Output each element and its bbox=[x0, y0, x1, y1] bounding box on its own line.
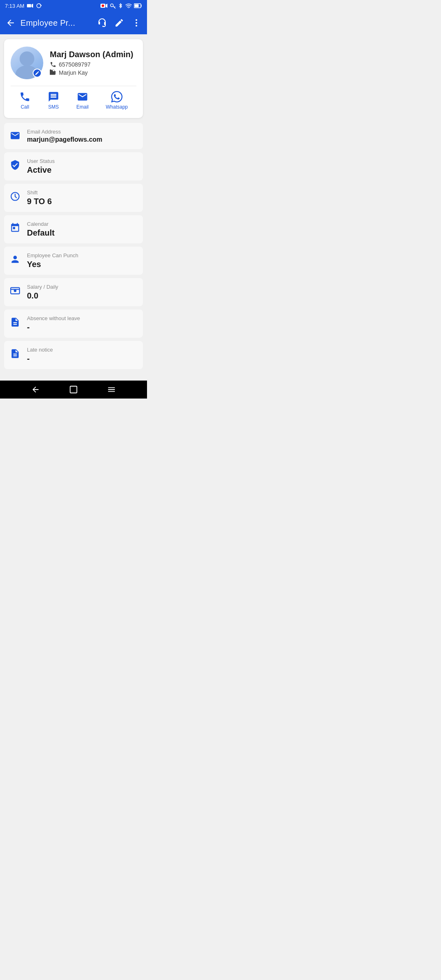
record-icon bbox=[100, 3, 108, 9]
profile-header: Marj Dawson (Admin) 6575089797 Marjun Ka… bbox=[11, 47, 136, 79]
svg-marker-4 bbox=[106, 4, 107, 8]
calendar-label: Calendar bbox=[27, 221, 138, 227]
org-icon bbox=[50, 69, 56, 76]
svg-point-5 bbox=[102, 4, 104, 7]
late-notice-text: Late notice - bbox=[27, 347, 138, 363]
field-user-status: User Status Active bbox=[4, 152, 143, 180]
salary-field-icon bbox=[9, 285, 21, 297]
sms-icon bbox=[48, 91, 59, 102]
field-absence-without-leave: Absence without leave - bbox=[4, 310, 143, 338]
svg-line-8 bbox=[114, 7, 115, 7]
nav-menu-icon bbox=[107, 385, 116, 394]
employee-can-punch-label: Employee Can Punch bbox=[27, 252, 138, 258]
sms-label: SMS bbox=[48, 104, 59, 110]
email-field-value: marjun@pageflows.com bbox=[27, 136, 138, 143]
email-field-text: Email Address marjun@pageflows.com bbox=[27, 129, 138, 143]
absence-field-icon bbox=[9, 316, 21, 328]
shift-text: Shift 9 TO 6 bbox=[27, 189, 138, 206]
time-display: 7:13 AM bbox=[5, 3, 24, 9]
email-field-label: Email Address bbox=[27, 129, 138, 135]
phone-icon bbox=[50, 61, 56, 68]
page-title: Employee Pr... bbox=[20, 18, 92, 28]
info-list: Email Address marjun@pageflows.com User … bbox=[0, 123, 147, 381]
email-field-icon bbox=[9, 129, 21, 142]
late-notice-value: - bbox=[27, 354, 138, 363]
field-shift: Shift 9 TO 6 bbox=[4, 184, 143, 212]
absence-value: - bbox=[27, 323, 138, 332]
shift-value: 9 TO 6 bbox=[27, 197, 138, 206]
headset-button[interactable] bbox=[97, 18, 107, 28]
call-button[interactable]: Call bbox=[15, 89, 35, 112]
svg-point-14 bbox=[136, 25, 137, 27]
whatsapp-icon bbox=[111, 91, 122, 102]
profile-org: Marjun Kay bbox=[50, 69, 136, 76]
avatar-wrap bbox=[11, 47, 43, 79]
whatsapp-button[interactable]: Whatsapp bbox=[102, 89, 132, 112]
rotation-icon bbox=[36, 3, 42, 9]
email-action-icon bbox=[77, 91, 88, 102]
svg-point-9 bbox=[128, 8, 129, 8]
org-name: Marjun Kay bbox=[59, 69, 88, 76]
profile-name: Marj Dawson (Admin) bbox=[50, 50, 136, 59]
app-bar: Employee Pr... bbox=[0, 11, 147, 34]
field-salary: Salary / Daily 0.0 bbox=[4, 278, 143, 306]
calendar-field-icon bbox=[9, 222, 21, 234]
salary-text: Salary / Daily 0.0 bbox=[27, 284, 138, 301]
call-label: Call bbox=[21, 104, 29, 110]
email-label: Email bbox=[76, 104, 89, 110]
sms-button[interactable]: SMS bbox=[44, 89, 63, 112]
status-bar-left: 7:13 AM bbox=[5, 3, 42, 9]
employee-can-punch-value: Yes bbox=[27, 260, 138, 269]
calendar-value: Default bbox=[27, 228, 138, 238]
field-late-notice: Late notice - bbox=[4, 341, 143, 369]
person-field-icon bbox=[9, 253, 21, 265]
salary-value: 0.0 bbox=[27, 291, 138, 301]
salary-label: Salary / Daily bbox=[27, 284, 138, 290]
late-notice-field-icon bbox=[9, 347, 21, 360]
key-icon bbox=[110, 3, 116, 9]
profile-phone: 6575089797 bbox=[50, 61, 136, 68]
battery-icon bbox=[134, 3, 142, 8]
svg-marker-1 bbox=[31, 4, 33, 8]
shield-field-icon bbox=[9, 159, 21, 171]
phone-number: 6575089797 bbox=[59, 61, 91, 68]
call-icon bbox=[19, 91, 31, 102]
user-status-text: User Status Active bbox=[27, 158, 138, 175]
bluetooth-icon bbox=[118, 3, 123, 9]
svg-rect-21 bbox=[70, 386, 77, 393]
nav-back-button[interactable] bbox=[31, 385, 40, 394]
svg-point-6 bbox=[111, 4, 114, 7]
nav-menu-button[interactable] bbox=[107, 385, 116, 394]
nav-home-button[interactable] bbox=[69, 385, 78, 394]
svg-point-12 bbox=[136, 19, 137, 21]
back-button[interactable] bbox=[6, 18, 16, 28]
field-calendar: Calendar Default bbox=[4, 215, 143, 243]
wifi-icon bbox=[125, 3, 132, 8]
whatsapp-label: Whatsapp bbox=[106, 104, 128, 110]
field-employee-can-punch: Employee Can Punch Yes bbox=[4, 247, 143, 275]
edit-button[interactable] bbox=[114, 18, 124, 28]
user-status-label: User Status bbox=[27, 158, 138, 164]
calendar-text: Calendar Default bbox=[27, 221, 138, 238]
avatar-edit-button[interactable] bbox=[33, 69, 42, 78]
nav-back-icon bbox=[31, 385, 40, 394]
nav-home-icon bbox=[69, 385, 78, 394]
app-bar-icons bbox=[97, 18, 141, 28]
nav-bar bbox=[0, 381, 147, 399]
email-button[interactable]: Email bbox=[72, 89, 93, 112]
profile-card: Marj Dawson (Admin) 6575089797 Marjun Ka… bbox=[4, 39, 143, 118]
svg-point-15 bbox=[20, 51, 34, 66]
status-bar: 7:13 AM bbox=[0, 0, 147, 11]
late-notice-label: Late notice bbox=[27, 347, 138, 353]
profile-info: Marj Dawson (Admin) 6575089797 Marjun Ka… bbox=[50, 50, 136, 76]
user-status-value: Active bbox=[27, 165, 138, 175]
field-email: Email Address marjun@pageflows.com bbox=[4, 123, 143, 149]
video-icon bbox=[27, 3, 33, 8]
absence-text: Absence without leave - bbox=[27, 315, 138, 332]
more-options-button[interactable] bbox=[131, 18, 141, 28]
action-row: Call SMS Email Whatsapp bbox=[11, 86, 136, 112]
svg-point-13 bbox=[136, 22, 137, 24]
status-bar-right bbox=[100, 3, 142, 9]
absence-label: Absence without leave bbox=[27, 315, 138, 321]
clock-field-icon bbox=[9, 190, 21, 203]
